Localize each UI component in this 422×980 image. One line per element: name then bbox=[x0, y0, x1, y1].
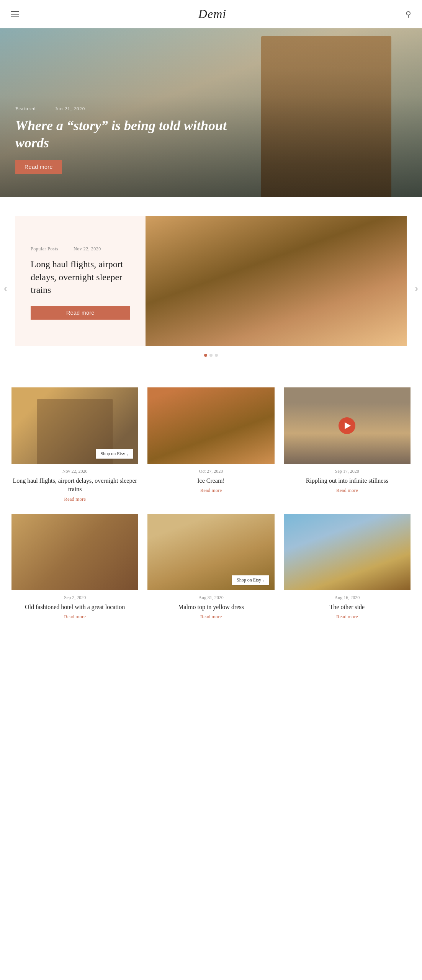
hero-title: Where a “story” is being told without wo… bbox=[15, 117, 245, 152]
grid-row-2: Sep 2, 2020 Old fashioned hotel with a g… bbox=[11, 514, 411, 620]
grid-readmore-1[interactable]: Read more bbox=[11, 496, 138, 502]
list-item: Shop on Etsy › Nov 22, 2020 Long haul fl… bbox=[11, 387, 138, 502]
hero-tag: Featured bbox=[15, 106, 36, 112]
hero-content: Featured Jun 21, 2020 Where a “story” is… bbox=[15, 106, 407, 174]
grid-title-1: Long haul flights, airport delays, overn… bbox=[11, 477, 138, 494]
hero-section: Featured Jun 21, 2020 Where a “story” is… bbox=[0, 28, 422, 197]
slider-title: Long haul flights, airport delays, overn… bbox=[31, 258, 130, 297]
grid-title-5: Malmo top in yellow dress bbox=[147, 603, 274, 611]
hero-read-more-button[interactable]: Read more bbox=[15, 160, 62, 174]
menu-icon[interactable] bbox=[11, 11, 19, 17]
shop-badge-arrow-icon-2: › bbox=[263, 578, 265, 582]
grid-image-1: Shop on Etsy › bbox=[11, 387, 138, 464]
site-logo[interactable]: Demi bbox=[198, 7, 226, 21]
grid-readmore-4[interactable]: Read more bbox=[11, 614, 138, 620]
shop-badge-2[interactable]: Shop on Etsy › bbox=[232, 575, 269, 585]
slider-next-button[interactable]: › bbox=[415, 283, 418, 294]
slider-text-box: Popular Posts Nov 22, 2020 Long haul fli… bbox=[15, 216, 146, 346]
grid-image-5: Shop on Etsy › bbox=[147, 514, 274, 590]
grid-title-3: Rippling out into infinite stillness bbox=[284, 477, 411, 485]
slider-section: ‹ › Popular Posts Nov 22, 2020 Long haul… bbox=[0, 197, 422, 380]
shop-badge-label: Shop on Etsy bbox=[101, 451, 125, 457]
shop-badge-label-2: Shop on Etsy bbox=[237, 577, 261, 583]
slider-dot-3[interactable] bbox=[215, 354, 218, 357]
list-item: Sep 2, 2020 Old fashioned hotel with a g… bbox=[11, 514, 138, 620]
slider-meta-divider bbox=[61, 249, 70, 249]
grid-title-6: The other side bbox=[284, 603, 411, 611]
grid-readmore-6[interactable]: Read more bbox=[284, 614, 411, 620]
slider-tag: Popular Posts bbox=[31, 246, 58, 252]
grid-date-1: Nov 22, 2020 bbox=[11, 469, 138, 474]
shop-badge-1[interactable]: Shop on Etsy › bbox=[96, 449, 133, 459]
slider-meta: Popular Posts Nov 22, 2020 bbox=[31, 246, 130, 252]
grid-title-2: Ice Cream! bbox=[147, 477, 274, 485]
grid-title-4: Old fashioned hotel with a great locatio… bbox=[11, 603, 138, 611]
shop-badge-arrow-icon: › bbox=[127, 452, 129, 456]
hero-meta: Featured Jun 21, 2020 bbox=[15, 106, 407, 112]
grid-section: Shop on Etsy › Nov 22, 2020 Long haul fl… bbox=[0, 380, 422, 647]
grid-image-3 bbox=[284, 387, 411, 464]
grid-readmore-5[interactable]: Read more bbox=[147, 614, 274, 620]
grid-image-4 bbox=[11, 514, 138, 590]
slider-date: Nov 22, 2020 bbox=[74, 246, 101, 252]
hero-date: Jun 21, 2020 bbox=[55, 106, 85, 112]
list-item: Oct 27, 2020 Ice Cream! Read more bbox=[147, 387, 274, 502]
grid-date-2: Oct 27, 2020 bbox=[147, 469, 274, 474]
video-play-icon[interactable] bbox=[339, 417, 355, 434]
slider-prev-button[interactable]: ‹ bbox=[4, 283, 7, 294]
grid-date-4: Sep 2, 2020 bbox=[11, 595, 138, 601]
slider-dot-1[interactable] bbox=[204, 354, 207, 357]
slider-inner: Popular Posts Nov 22, 2020 Long haul fli… bbox=[15, 216, 407, 346]
grid-date-3: Sep 17, 2020 bbox=[284, 469, 411, 474]
list-item: Sep 17, 2020 Rippling out into infinite … bbox=[284, 387, 411, 502]
grid-image-2 bbox=[147, 387, 274, 464]
slider-image-inner bbox=[138, 216, 407, 346]
list-item: Aug 16, 2020 The other side Read more bbox=[284, 514, 411, 620]
list-item: Shop on Etsy › Aug 31, 2020 Malmo top in… bbox=[147, 514, 274, 620]
slider-dot-2[interactable] bbox=[209, 354, 213, 357]
grid-readmore-2[interactable]: Read more bbox=[147, 487, 274, 493]
grid-image-6 bbox=[284, 514, 411, 590]
search-icon[interactable]: ⚲ bbox=[406, 10, 411, 19]
hero-meta-divider bbox=[39, 109, 51, 109]
grid-readmore-3[interactable]: Read more bbox=[284, 487, 411, 493]
slider-image bbox=[138, 216, 407, 346]
grid-date-5: Aug 31, 2020 bbox=[147, 595, 274, 601]
slider-read-more-button[interactable]: Read more bbox=[31, 306, 130, 320]
header: Demi ⚲ bbox=[0, 0, 422, 28]
grid-row-1: Shop on Etsy › Nov 22, 2020 Long haul fl… bbox=[11, 387, 411, 502]
grid-date-6: Aug 16, 2020 bbox=[284, 595, 411, 601]
slider-dots bbox=[0, 354, 422, 357]
play-triangle bbox=[345, 422, 351, 429]
